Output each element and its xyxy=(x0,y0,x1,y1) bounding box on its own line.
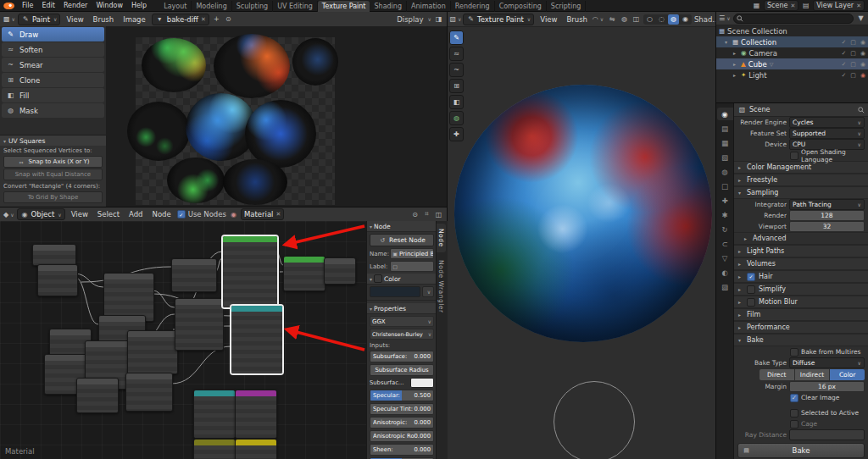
tab-material[interactable]: ◐ xyxy=(717,266,733,279)
shading-wireframe-icon[interactable]: ○ xyxy=(644,14,655,25)
menu-brush[interactable]: Brush xyxy=(563,15,591,24)
shader-input-slider[interactable]: Sheen:0.000 xyxy=(370,444,434,456)
tool-fill[interactable]: ◧ xyxy=(449,95,464,109)
contribution-color-button[interactable]: Color xyxy=(830,369,865,380)
unlink-view-layer-icon[interactable]: ✕ xyxy=(856,3,861,9)
camera-toggle-icon[interactable]: ◉ xyxy=(860,50,865,57)
camera-toggle-icon[interactable]: ◉ xyxy=(860,61,865,68)
screen-icon[interactable]: ▢ xyxy=(850,72,856,79)
simplify-checkbox[interactable] xyxy=(747,285,755,294)
color-presets-button[interactable]: ∨ xyxy=(422,286,434,297)
tab-constraints[interactable]: ⊂ xyxy=(717,237,733,250)
shader-node[interactable] xyxy=(283,256,326,291)
workspace-tab-modeling[interactable]: Modeling xyxy=(192,1,231,12)
menu-window[interactable]: Window xyxy=(92,2,127,9)
shader-input-slider[interactable]: Specular:0.500 xyxy=(370,390,434,401)
tab-texture[interactable]: ▨ xyxy=(717,280,733,293)
tool-mask[interactable]: ◍ xyxy=(449,111,464,125)
tab-particles[interactable]: ✱ xyxy=(717,208,733,221)
osl-row[interactable]: Open Shading Language xyxy=(734,150,868,161)
use-nodes-checkbox[interactable]: ✓ xyxy=(177,210,186,218)
overlay-icon[interactable]: ◫ xyxy=(434,210,443,219)
distribution-dropdown[interactable]: GGX ∨ xyxy=(370,316,434,327)
xray-icon[interactable]: ◫ xyxy=(632,14,641,24)
feature-set-dropdown[interactable]: Supported∨ xyxy=(789,128,865,139)
mirror-icon[interactable]: ⇋ xyxy=(608,14,617,24)
viewport-samples-field[interactable]: 32 xyxy=(789,221,865,232)
tab-output[interactable]: ▤ xyxy=(717,122,733,135)
menu-edit[interactable]: Edit xyxy=(37,2,59,9)
shader-node[interactable] xyxy=(171,258,217,292)
browse-image-icon[interactable]: ▾ xyxy=(155,14,164,24)
clear-image-row[interactable]: ✓ Clear Image xyxy=(734,392,868,403)
editor-type-icon[interactable]: ▩∨ xyxy=(3,14,15,24)
tab-modifiers[interactable]: ✚ xyxy=(717,194,733,207)
tab-scene[interactable]: ▧ xyxy=(717,151,733,163)
panel-light-paths[interactable]: ▸Light Paths xyxy=(734,245,868,257)
editor-type-icon[interactable]: ▧∨ xyxy=(451,14,460,24)
textured-sphere-object[interactable] xyxy=(454,85,712,342)
filter-icon[interactable]: ▼ xyxy=(856,14,865,23)
pin-icon[interactable]: ⊙ xyxy=(410,210,420,219)
checkbox-icon[interactable]: ✓ xyxy=(841,50,846,57)
tool-clone[interactable]: ⊞Clone xyxy=(2,73,104,87)
integrator-dropdown[interactable]: Path Tracing∨ xyxy=(789,199,865,210)
shading-material-icon[interactable]: ◍ xyxy=(668,14,679,25)
cage-row[interactable]: Cage xyxy=(734,418,868,429)
node-name-field[interactable]: ▣ Principled BS... xyxy=(390,248,434,259)
tool-smear[interactable]: ~Smear xyxy=(2,58,104,72)
subsurface-method-dropdown[interactable]: Christensen-Burley ∨ xyxy=(370,329,434,340)
contribution-direct-button[interactable]: Direct xyxy=(760,369,794,380)
tool-smear[interactable]: ~ xyxy=(449,63,464,77)
screen-icon[interactable]: ▢ xyxy=(850,39,856,46)
sidebar-tab-node-wrangler[interactable]: Node Wrangler xyxy=(437,255,446,318)
viewport-3d[interactable]: ▧∨ ✎ Texture Paint∨ View Brush ◠∨ ⇋ ◍ ◫ … xyxy=(448,12,716,459)
panel-hair[interactable]: ▸✓Hair xyxy=(734,270,868,283)
node-color-swatch[interactable] xyxy=(370,286,420,297)
shader-input-slider[interactable]: Specular Tint:0.000 xyxy=(370,403,434,415)
osl-checkbox[interactable] xyxy=(790,152,798,160)
panel-advanced[interactable]: ▸Advanced xyxy=(734,232,868,245)
brush-falloff-icon[interactable]: ◠∨ xyxy=(593,14,603,24)
menu-node[interactable]: Node xyxy=(149,210,175,218)
color-panel-header[interactable]: ▾ Color xyxy=(367,274,437,285)
snap-equal-distance-button[interactable]: Snap with Equal Distance xyxy=(3,169,103,180)
uv-squares-header[interactable]: ▾ UV Squares xyxy=(0,135,106,146)
tool-clone[interactable]: ⊞ xyxy=(449,79,464,93)
outliner-row-cube[interactable]: ▸ ▲ Cube ▽ ✓ ▢ ◉ xyxy=(716,58,868,69)
shader-node[interactable] xyxy=(37,264,78,296)
menu-image[interactable]: Image xyxy=(120,15,149,24)
shading-rendered-icon[interactable]: ◉ xyxy=(680,14,691,25)
view-layer-selector[interactable]: View Layer ✕ xyxy=(813,0,865,11)
shading-solid-icon[interactable]: ◌ xyxy=(656,14,667,25)
tool-fill[interactable]: ◧Fill xyxy=(2,88,104,102)
camera-toggle-icon[interactable]: ◉ xyxy=(860,72,865,79)
selected-to-active-checkbox[interactable] xyxy=(790,409,798,418)
panel-film[interactable]: ▸Film xyxy=(734,308,868,321)
selected-to-active-row[interactable]: Selected to Active xyxy=(734,407,868,418)
shader-node[interactable] xyxy=(125,373,173,412)
panel-motion-blur[interactable]: ▸Motion Blur xyxy=(734,296,868,308)
unlink-material-icon[interactable]: ✕ xyxy=(275,211,281,218)
new-image-icon[interactable]: + xyxy=(212,14,221,24)
bake-type-dropdown[interactable]: Diffuse∨ xyxy=(789,357,865,368)
panel-performance[interactable]: ▸Performance xyxy=(734,321,868,334)
tab-view-layer[interactable]: ▦ xyxy=(717,136,733,149)
bake-button[interactable]: ▤ Bake xyxy=(737,443,865,458)
overlays-icon[interactable]: ◍ xyxy=(620,14,629,24)
panel-sampling[interactable]: ▾Sampling xyxy=(734,186,868,199)
render-samples-field[interactable]: 128 xyxy=(789,210,865,221)
to-grid-by-shape-button[interactable]: To Grid By Shape xyxy=(3,191,103,203)
display-popover[interactable]: Display xyxy=(397,15,423,24)
workspace-tab-compositing[interactable]: Compositing xyxy=(495,1,547,12)
shader-input-slider[interactable]: Subsurfac... xyxy=(370,378,434,388)
menu-add[interactable]: Add xyxy=(125,210,146,218)
shader-input-slider[interactable]: Subsurface Radius xyxy=(370,364,434,376)
shader-node[interactable] xyxy=(235,439,277,459)
expand-triangle-icon[interactable]: ▸ xyxy=(733,50,738,56)
shader-type-selector[interactable]: ◉ Object∨ xyxy=(17,208,65,220)
scene-selector[interactable]: Scene ✕ xyxy=(764,0,798,11)
screen-icon[interactable]: ▢ xyxy=(850,50,856,57)
channels-icon[interactable]: ◨ xyxy=(434,14,443,24)
motion-blur-checkbox[interactable] xyxy=(747,298,755,307)
